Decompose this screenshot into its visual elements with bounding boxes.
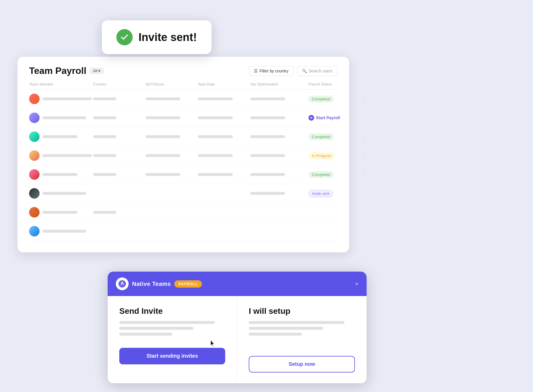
avatar: [29, 188, 40, 199]
status-badge: Completed: [308, 96, 334, 102]
status-badge: Completed: [308, 133, 334, 140]
toast-text: Invite sent!: [138, 31, 197, 44]
table-row: Completed ⋮: [29, 90, 337, 108]
table-row: [29, 203, 337, 222]
status-badge: Invite sent: [308, 190, 333, 197]
avatar: [29, 131, 40, 142]
status-badge: Completed: [308, 171, 334, 178]
avatar: [29, 207, 40, 218]
setup-now-button[interactable]: Setup now: [249, 356, 355, 373]
row-menu[interactable]: ⋮: [361, 96, 366, 102]
col-start-date: Start Date: [198, 82, 250, 86]
payroll-card: Team Payroll All ▾ ☰ Filter by country 🔍…: [17, 57, 349, 252]
filter-button[interactable]: ☰ Filter by country: [249, 66, 294, 76]
table-row: Completed ⋮: [29, 165, 337, 184]
invite-toast: Invite sent!: [102, 20, 212, 54]
svg-point-1: [118, 280, 126, 287]
col-country: Country: [93, 82, 145, 86]
avatar: [29, 113, 40, 123]
search-icon: 🔍: [302, 69, 307, 73]
table-row: [29, 222, 337, 241]
payroll-title: Team Payroll: [29, 65, 86, 76]
col-payroll-status: Payroll Status: [308, 82, 361, 86]
payroll-title-group: Team Payroll All ▾: [29, 65, 104, 76]
filter-icon: ☰: [254, 69, 258, 73]
col-team-member: Team Member: [29, 82, 93, 86]
avatar: [29, 169, 40, 180]
payroll-modal: Native Teams PAYROLL × Send Invite Start…: [108, 272, 367, 383]
table-header: Team Member Country NET/Gross Start Date…: [29, 82, 337, 90]
row-menu[interactable]: ⋮: [361, 153, 366, 158]
payroll-header: Team Payroll All ▾ ☰ Filter by country 🔍…: [29, 65, 337, 76]
send-invite-title: Send Invite: [119, 307, 225, 316]
header-actions: ☰ Filter by country 🔍 Search users: [249, 66, 337, 76]
avatar: [29, 94, 40, 104]
table-row: In Progress ⋮: [29, 146, 337, 165]
nt-logo: [116, 277, 129, 290]
cursor-icon: [209, 340, 215, 347]
table-row: Start Payroll: [29, 108, 337, 127]
payroll-tag: PAYROLL: [174, 280, 202, 288]
start-payroll-btn[interactable]: Start Payroll: [308, 115, 361, 121]
modal-body: Send Invite Start sending invites I will…: [108, 296, 367, 383]
col-net-gross: NET/Gross: [145, 82, 198, 86]
col-tax: Tax Optimisation: [250, 82, 308, 86]
status-badge: In Progress: [308, 152, 335, 159]
modal-brand: Native Teams: [132, 281, 171, 287]
check-icon: [116, 29, 133, 45]
modal-header: Native Teams PAYROLL ×: [108, 272, 367, 296]
avatar: [29, 150, 40, 161]
table-row: Invite sent: [29, 184, 337, 203]
start-sending-invites-button[interactable]: Start sending invites: [119, 348, 225, 364]
table-row: Completed ⋮: [29, 127, 337, 146]
search-button[interactable]: 🔍 Search users: [297, 66, 337, 76]
all-filter-badge[interactable]: All ▾: [90, 68, 104, 74]
close-button[interactable]: ×: [355, 281, 358, 287]
self-setup-section: I will setup Setup now: [237, 296, 367, 383]
row-menu[interactable]: ⋮: [361, 134, 366, 140]
avatar: [29, 226, 40, 236]
row-menu[interactable]: ⋮: [361, 172, 366, 177]
send-invite-section: Send Invite Start sending invites: [108, 296, 237, 383]
self-setup-title: I will setup: [249, 307, 355, 316]
